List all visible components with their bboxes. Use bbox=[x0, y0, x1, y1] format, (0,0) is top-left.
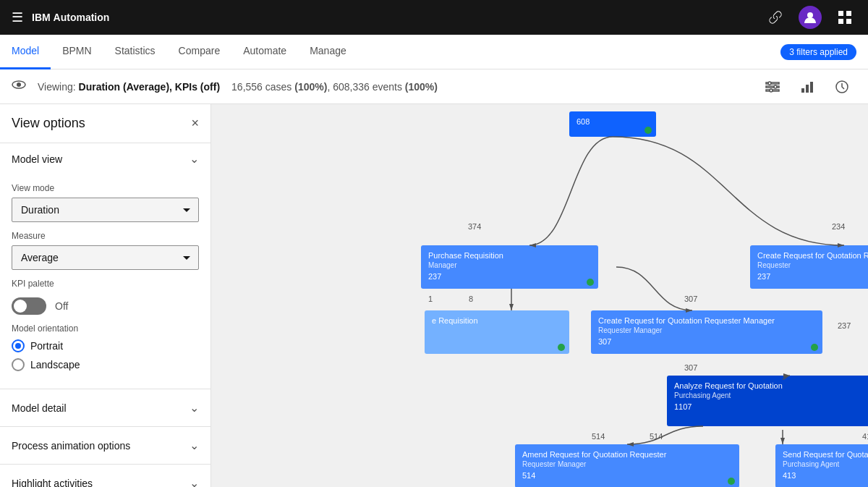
svg-rect-3 bbox=[838, 19, 843, 24]
viewbar-actions bbox=[758, 72, 856, 101]
edge-label: 1 bbox=[428, 295, 433, 303]
portrait-label: Portrait bbox=[30, 340, 63, 352]
kpi-toggle[interactable] bbox=[12, 297, 46, 315]
node-title: Create Request for Quotation Requester M… bbox=[598, 316, 815, 325]
canvas-svg bbox=[211, 104, 868, 487]
edge-label: 307 bbox=[684, 295, 697, 303]
sidebar-title: View options bbox=[12, 116, 85, 131]
node-count: 413 bbox=[783, 471, 868, 480]
measure-select[interactable]: Average Sum Min Max bbox=[12, 245, 199, 270]
edge-label: 8 bbox=[469, 295, 473, 303]
brand-logo: IBM Automation bbox=[32, 12, 109, 23]
svg-point-11 bbox=[774, 85, 777, 88]
link-icon[interactable] bbox=[764, 6, 787, 29]
node-title: Send Request for Quotation to Supplier bbox=[783, 450, 868, 459]
tab-statistics[interactable]: Statistics bbox=[103, 35, 167, 69]
model-view-content: View mode Duration Frequency Cost Measur… bbox=[0, 183, 210, 389]
orientation-label: Model orientation bbox=[12, 323, 199, 334]
landscape-radio[interactable]: Landscape bbox=[12, 358, 199, 371]
edge-label: 234 bbox=[832, 222, 845, 231]
model-detail-row[interactable]: Model detail ⌄ bbox=[0, 389, 210, 427]
clock-button[interactable] bbox=[827, 72, 856, 101]
landscape-radio-circle bbox=[12, 358, 25, 371]
process-node[interactable]: Create Request for Quotation Requester M… bbox=[591, 310, 822, 354]
svg-rect-14 bbox=[806, 85, 809, 93]
node-subtitle: Purchasing Agent bbox=[783, 460, 868, 468]
viewing-label: Viewing: Duration (Average), KPIs (off) bbox=[38, 81, 220, 93]
svg-rect-1 bbox=[838, 11, 843, 16]
node-title: Amend Request for Quotation Requester bbox=[522, 450, 732, 459]
node-subtitle: Purchasing Agent bbox=[674, 391, 868, 399]
sidebar: View options × Model view ⌄ View mode Du… bbox=[0, 104, 211, 487]
node-count: 237 bbox=[757, 272, 868, 281]
process-node[interactable]: Purchase RequisitionManager237 bbox=[421, 245, 598, 289]
topbar: ☰ IBM Automation bbox=[0, 0, 868, 35]
svg-rect-13 bbox=[801, 88, 804, 93]
measure-label: Measure bbox=[12, 231, 199, 241]
node-count: 1107 bbox=[674, 402, 868, 411]
tab-automate[interactable]: Automate bbox=[231, 35, 298, 69]
process-node[interactable]: Send Request for Quotation to SupplierPu… bbox=[775, 444, 868, 487]
edge-label: 374 bbox=[468, 222, 481, 231]
svg-rect-2 bbox=[846, 11, 851, 16]
tab-model[interactable]: Model bbox=[0, 35, 51, 69]
canvas[interactable]: 37423418307307237514514413413413608Purch… bbox=[211, 104, 868, 487]
model-view-section: Model view ⌄ View mode Duration Frequenc… bbox=[0, 143, 210, 389]
chevron-down-icon: ⌄ bbox=[190, 401, 199, 415]
process-node[interactable]: Create Request for Quotation RequesterRe… bbox=[750, 245, 868, 289]
view-mode-select[interactable]: Duration Frequency Cost bbox=[12, 198, 199, 222]
node-title: Purchase Requisition bbox=[428, 251, 591, 260]
node-title: Create Request for Quotation Requester bbox=[757, 251, 868, 260]
filters-badge[interactable]: 3 filters applied bbox=[780, 44, 856, 60]
hamburger-icon[interactable]: ☰ bbox=[12, 9, 23, 25]
process-node[interactable]: Amend Request for Quotation RequesterReq… bbox=[515, 444, 739, 487]
node-subtitle: Manager bbox=[428, 261, 591, 269]
landscape-label: Landscape bbox=[30, 359, 80, 370]
portrait-radio-circle bbox=[12, 339, 25, 352]
node-title: 608 bbox=[576, 117, 649, 126]
kpi-toggle-label: Off bbox=[55, 300, 68, 312]
process-node[interactable]: 608 bbox=[569, 111, 656, 137]
eye-icon[interactable] bbox=[12, 77, 26, 96]
svg-point-12 bbox=[770, 89, 773, 92]
chevron-up-icon: ⌄ bbox=[190, 152, 199, 166]
highlight-activities-row[interactable]: Highlight activities ⌄ bbox=[0, 465, 210, 487]
tab-manage[interactable]: Manage bbox=[298, 35, 358, 69]
node-title: e Requisition bbox=[432, 316, 562, 325]
chart-button[interactable] bbox=[793, 72, 822, 101]
model-view-header[interactable]: Model view ⌄ bbox=[0, 143, 210, 174]
orientation-group: Model orientation Portrait Landscape bbox=[12, 323, 199, 371]
node-dot bbox=[811, 344, 818, 351]
filter-settings-button[interactable] bbox=[758, 72, 787, 101]
tabbar: Model BPMN Statistics Compare Automate M… bbox=[0, 35, 868, 69]
cases-count: 16,556 cases (100%), 608,336 events (100… bbox=[231, 81, 438, 93]
kpi-toggle-row: Off bbox=[12, 297, 199, 315]
close-icon[interactable]: × bbox=[191, 116, 199, 131]
main-area: View options × Model view ⌄ View mode Du… bbox=[0, 104, 868, 487]
chevron-down-icon-hl: ⌄ bbox=[190, 476, 199, 487]
edge-label: 514 bbox=[592, 432, 605, 441]
kpi-palette-label: KPI palette bbox=[12, 279, 199, 289]
sidebar-header: View options × bbox=[0, 104, 210, 143]
edge-label: 514 bbox=[650, 432, 663, 441]
svg-point-10 bbox=[768, 82, 771, 85]
svg-rect-4 bbox=[846, 19, 851, 24]
svg-point-0 bbox=[807, 12, 813, 18]
view-mode-label: View mode bbox=[12, 183, 199, 193]
edge-label: 413 bbox=[862, 432, 868, 441]
avatar-icon[interactable] bbox=[799, 6, 822, 29]
tab-bpmn[interactable]: BPMN bbox=[51, 35, 103, 69]
process-animation-row[interactable]: Process animation options ⌄ bbox=[0, 427, 210, 465]
node-count: 237 bbox=[428, 272, 591, 281]
svg-rect-15 bbox=[810, 82, 813, 93]
tab-compare[interactable]: Compare bbox=[167, 35, 232, 69]
portrait-radio[interactable]: Portrait bbox=[12, 339, 199, 352]
grid-icon[interactable] bbox=[833, 6, 856, 29]
node-title: Analyze Request for Quotation bbox=[674, 381, 868, 390]
viewbar: Viewing: Duration (Average), KPIs (off) … bbox=[0, 69, 868, 104]
node-dot bbox=[728, 478, 735, 485]
node-dot bbox=[587, 279, 594, 286]
process-node[interactable]: Analyze Request for QuotationPurchasing … bbox=[667, 376, 868, 426]
process-node[interactable]: e Requisition bbox=[425, 310, 569, 354]
node-subtitle: Requester Manager bbox=[522, 460, 732, 468]
